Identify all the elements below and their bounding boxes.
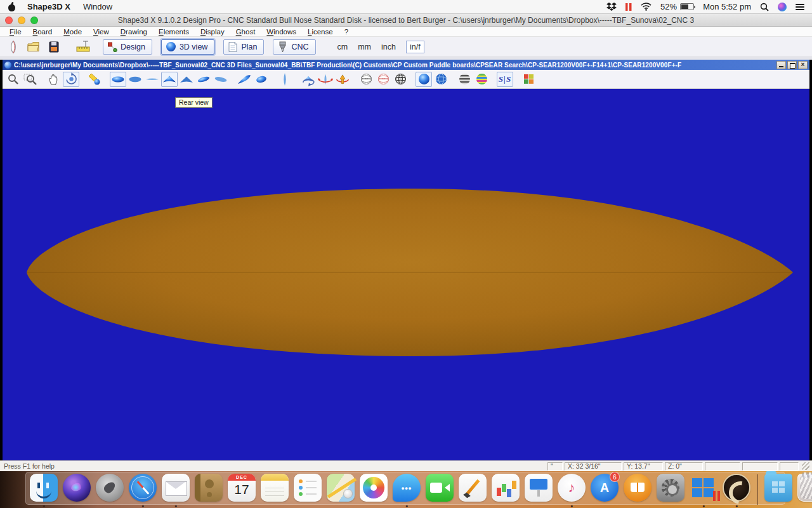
dock-keynote[interactable] xyxy=(524,473,553,507)
quad-view-icon[interactable] xyxy=(520,72,537,87)
dock-siri[interactable] xyxy=(62,473,91,507)
running-indicator: ● xyxy=(557,504,586,508)
dock-mail[interactable]: ● xyxy=(161,473,190,507)
dock-calendar[interactable]: DEC17 xyxy=(227,473,256,507)
status-x-coordinate: X: 32 3/16" xyxy=(565,462,622,471)
3d-view-mode-button[interactable]: 3D view xyxy=(161,39,214,55)
dropbox-icon[interactable] xyxy=(606,3,617,11)
menu-license[interactable]: License xyxy=(302,28,339,36)
document-restore-button[interactable] xyxy=(787,61,797,69)
resize-grip[interactable] xyxy=(802,462,809,470)
battery-indicator[interactable]: 52% xyxy=(660,2,694,11)
front-view-icon[interactable] xyxy=(178,72,195,87)
menu-drawing[interactable]: Drawing xyxy=(115,28,153,36)
3d-canvas[interactable] xyxy=(3,89,809,460)
measurements-icon[interactable] xyxy=(74,39,93,55)
spin-view-icon[interactable] xyxy=(300,72,317,87)
unit-cm[interactable]: cm xyxy=(337,43,348,51)
dock-itunes[interactable]: ♪● xyxy=(557,473,586,507)
dock-app-store[interactable]: A6 xyxy=(590,473,619,507)
apple-menu-icon[interactable] xyxy=(8,2,16,11)
battery-percent: 52% xyxy=(660,2,677,11)
orbit-vertical-icon[interactable] xyxy=(334,72,351,87)
dock-windows-folder[interactable] xyxy=(764,473,793,507)
light-tool-icon[interactable] xyxy=(86,72,103,87)
new-board-icon[interactable] xyxy=(4,39,23,55)
zoom-tool-icon[interactable] xyxy=(5,72,22,87)
menu-board[interactable]: Board xyxy=(27,28,58,36)
cnc-mode-button[interactable]: CNC xyxy=(273,39,315,55)
menu-ghost[interactable]: Ghost xyxy=(230,28,261,36)
bottom-view-icon[interactable] xyxy=(127,72,143,87)
menu-windows[interactable]: Windows xyxy=(261,28,302,36)
menu-display[interactable]: Display xyxy=(195,28,230,36)
dock-contacts[interactable] xyxy=(194,473,223,507)
rear-view-icon[interactable] xyxy=(161,72,178,87)
top-view-icon[interactable] xyxy=(110,72,126,87)
zoom-window-button[interactable] xyxy=(30,17,38,24)
dock-notes[interactable] xyxy=(260,473,289,507)
active-app-name[interactable]: Shape3D X xyxy=(27,2,70,11)
document-minimize-button[interactable] xyxy=(776,61,786,69)
parallels-status-icon[interactable] xyxy=(625,3,632,11)
spotlight-icon[interactable] xyxy=(760,3,769,11)
menu-help[interactable]: ? xyxy=(339,28,354,36)
design-mode-button[interactable]: Design xyxy=(103,39,152,55)
dock-trash[interactable] xyxy=(797,473,812,507)
menu-file[interactable]: File xyxy=(4,28,27,36)
save-icon[interactable] xyxy=(44,39,63,55)
running-indicator: ● xyxy=(128,504,157,508)
perspective-view-1-icon[interactable] xyxy=(195,72,212,87)
status-help-text: Press F1 for help xyxy=(0,462,547,470)
minimize-window-button[interactable] xyxy=(18,17,25,24)
dock-reminders[interactable] xyxy=(293,473,322,507)
siri-app-icon xyxy=(63,474,91,502)
wireframe-render-icon[interactable] xyxy=(358,72,374,87)
perspective-view-2-icon[interactable] xyxy=(213,72,229,87)
unit-mm[interactable]: mm xyxy=(358,43,371,51)
document-close-button[interactable]: × xyxy=(798,61,808,69)
pan-tool-icon[interactable] xyxy=(46,72,62,87)
dock-messages[interactable]: •••● xyxy=(392,473,421,507)
textured-render-icon[interactable] xyxy=(433,72,449,87)
symmetry-icon[interactable]: S|S xyxy=(497,72,513,87)
menu-elements[interactable]: Elements xyxy=(153,28,195,36)
dock-safari[interactable]: ● xyxy=(128,473,157,507)
dock-photos[interactable] xyxy=(359,473,388,507)
zoom-window-tool-icon[interactable] xyxy=(22,72,39,87)
dock-pages[interactable] xyxy=(458,473,487,507)
rotate-tool-icon[interactable] xyxy=(63,72,79,87)
profile-view-icon[interactable] xyxy=(277,72,293,87)
menubar-item-window[interactable]: Window xyxy=(83,2,112,11)
notification-center-icon[interactable] xyxy=(796,4,804,10)
dock-wave-app[interactable]: ● xyxy=(722,473,751,507)
dock-maps[interactable] xyxy=(326,473,355,507)
dock-numbers[interactable] xyxy=(491,473,520,507)
gray-layers-render-icon[interactable] xyxy=(456,72,473,87)
dock-finder[interactable]: ● xyxy=(29,473,58,507)
dock-parallels-windows[interactable]: ● xyxy=(689,473,718,507)
wifi-icon[interactable] xyxy=(641,3,652,11)
siri-icon[interactable] xyxy=(778,3,787,11)
color-layers-render-icon[interactable] xyxy=(473,72,490,87)
menu-mode[interactable]: Mode xyxy=(58,28,88,36)
wireframe-red-render-icon[interactable] xyxy=(375,72,391,87)
perspective-view-3-icon[interactable] xyxy=(236,72,252,87)
orbit-horizontal-icon[interactable] xyxy=(317,72,334,87)
dock-launchpad[interactable] xyxy=(95,473,124,507)
side-view-icon[interactable] xyxy=(144,72,160,87)
perspective-view-4-icon[interactable] xyxy=(253,72,270,87)
mesh-render-icon[interactable] xyxy=(392,72,409,87)
menubar-clock[interactable]: Mon 5:52 pm xyxy=(703,2,751,11)
solid-render-icon[interactable] xyxy=(416,72,432,87)
unit-inf[interactable]: in/f xyxy=(406,41,424,53)
open-file-icon[interactable] xyxy=(24,39,43,55)
dock-facetime[interactable] xyxy=(425,473,454,507)
document-titlebar[interactable]: C:\users\jnrburger\My Documents\Dropbox\… xyxy=(3,60,809,70)
close-window-button[interactable] xyxy=(5,17,13,24)
dock-system-preferences[interactable] xyxy=(656,473,685,507)
dock-ibooks[interactable] xyxy=(623,473,652,507)
plan-mode-button[interactable]: Plan xyxy=(223,39,264,55)
unit-inch[interactable]: inch xyxy=(381,43,396,51)
menu-view[interactable]: View xyxy=(88,28,115,36)
